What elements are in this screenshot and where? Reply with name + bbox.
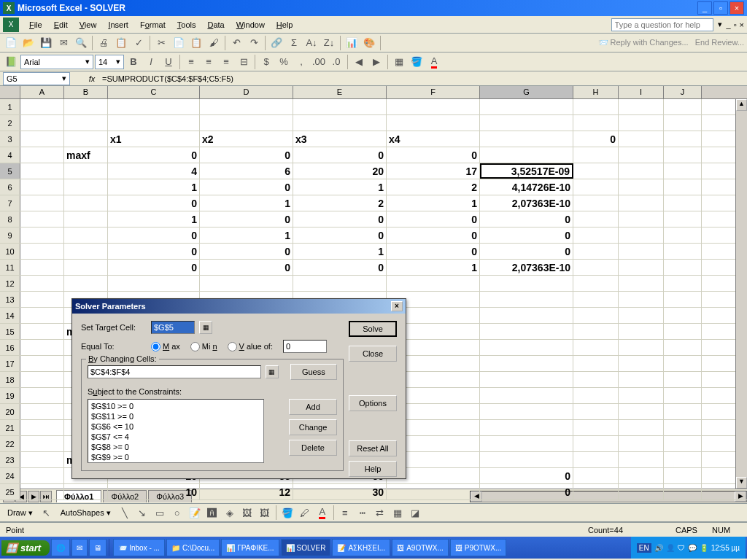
line-icon[interactable]: ╲ xyxy=(117,505,133,521)
cell-I1[interactable] xyxy=(619,99,664,114)
cell-H20[interactable] xyxy=(573,404,619,419)
shadow-icon[interactable]: ▦ xyxy=(390,505,406,521)
cell-E3[interactable]: x3 xyxy=(293,131,387,147)
vertical-scrollbar[interactable]: ▲ ▼ xyxy=(735,99,747,489)
row-header-6[interactable]: 6 xyxy=(0,179,20,195)
constraint-item[interactable]: $G$10 >= 0 xyxy=(91,401,260,411)
add-button[interactable]: Add xyxy=(289,399,337,415)
taskbar-item[interactable]: 📨Inbox - ... xyxy=(113,539,165,556)
taskbar-item[interactable]: 🖼P9OTWX... xyxy=(450,539,507,556)
italic-button[interactable]: I xyxy=(143,54,159,70)
font-size-combo[interactable]: 14▾ xyxy=(95,55,124,69)
cell-H24[interactable] xyxy=(573,468,619,483)
cell-A9[interactable] xyxy=(20,228,64,243)
cell-E11[interactable]: 0 xyxy=(293,260,387,275)
cell-I2[interactable] xyxy=(619,115,664,131)
currency-icon[interactable]: $ xyxy=(258,54,274,70)
row-header-2[interactable]: 2 xyxy=(0,115,20,131)
cell-B9[interactable] xyxy=(64,228,108,243)
search-icon[interactable]: 🔍 xyxy=(73,35,89,51)
cell-B4[interactable]: maxf xyxy=(64,147,108,163)
taskbar-item[interactable]: 🖼A9OTWX... xyxy=(392,539,449,556)
cell-I16[interactable] xyxy=(619,340,664,355)
cell-I22[interactable] xyxy=(619,436,664,451)
help-search-input[interactable] xyxy=(611,18,713,31)
cell-H1[interactable] xyxy=(573,99,619,114)
row-header-14[interactable]: 14 xyxy=(0,308,20,323)
row-header-21[interactable]: 21 xyxy=(0,420,20,435)
cell-I15[interactable] xyxy=(619,324,664,339)
cell-A4[interactable] xyxy=(20,147,64,163)
cell-G19[interactable] xyxy=(480,388,573,403)
row-header-11[interactable]: 11 xyxy=(0,260,20,275)
hyperlink-icon[interactable]: 🔗 xyxy=(268,35,285,51)
cell-I23[interactable] xyxy=(619,452,664,467)
cell-H17[interactable] xyxy=(573,356,619,371)
cell-I9[interactable] xyxy=(619,228,664,243)
col-header-A[interactable]: A xyxy=(20,86,64,98)
cell-C25[interactable]: 10 xyxy=(108,484,200,499)
cell-F8[interactable]: 0 xyxy=(387,211,480,227)
autoshapes-menu[interactable]: AutoShapes ▾ xyxy=(56,508,115,518)
cut-icon[interactable]: ✂ xyxy=(153,35,169,51)
cell-E12[interactable] xyxy=(293,276,387,291)
cell-G21[interactable] xyxy=(480,420,573,435)
target-cell-input[interactable] xyxy=(151,321,195,334)
help-button[interactable]: Help xyxy=(349,461,397,477)
row-header-5[interactable]: 5 xyxy=(0,163,20,179)
fill-bucket-icon[interactable]: 🪣 xyxy=(279,505,295,521)
cell-J18[interactable] xyxy=(664,372,702,387)
cell-F2[interactable] xyxy=(387,115,480,131)
fill-color-icon[interactable]: 🪣 xyxy=(409,54,425,70)
percent-icon[interactable]: % xyxy=(276,54,292,70)
threed-icon[interactable]: ◪ xyxy=(407,505,423,521)
cell-A17[interactable] xyxy=(20,356,64,371)
guess-button[interactable]: Guess xyxy=(290,364,337,380)
menu-format[interactable]: Format xyxy=(134,19,171,31)
row-header-18[interactable]: 18 xyxy=(0,372,20,387)
cell-C9[interactable]: 0 xyxy=(108,228,200,243)
cell-J8[interactable] xyxy=(664,211,702,227)
clock[interactable]: 12:55 µµ xyxy=(711,544,740,552)
cell-D12[interactable] xyxy=(200,276,293,291)
row-header-19[interactable]: 19 xyxy=(0,388,20,403)
quicklaunch-mail[interactable]: ✉ xyxy=(71,539,88,556)
cell-A16[interactable] xyxy=(20,340,64,355)
min-radio[interactable]: Min xyxy=(190,342,217,351)
cell-I3[interactable] xyxy=(619,131,664,147)
align-right-icon[interactable]: ≡ xyxy=(218,54,234,70)
max-radio[interactable]: Max xyxy=(151,342,180,351)
lang-indicator[interactable]: EN xyxy=(637,543,651,553)
cell-G20[interactable] xyxy=(480,404,573,419)
diagram-icon[interactable]: ◈ xyxy=(222,505,238,521)
line-style-icon[interactable]: ≡ xyxy=(337,505,353,521)
fx-button[interactable]: fx xyxy=(85,72,99,85)
format-painter-icon[interactable]: 🖌 xyxy=(206,35,222,51)
cell-I14[interactable] xyxy=(619,308,664,323)
sort-asc-icon[interactable]: A↓ xyxy=(303,35,320,51)
cell-J12[interactable] xyxy=(664,276,702,291)
cell-D8[interactable]: 0 xyxy=(200,211,293,227)
cell-H3[interactable]: 0 xyxy=(573,131,619,147)
cell-J20[interactable] xyxy=(664,404,702,419)
cell-C7[interactable]: 0 xyxy=(108,195,200,211)
cell-F3[interactable]: x4 xyxy=(387,131,480,147)
cell-D4[interactable]: 0 xyxy=(200,147,293,163)
taskbar-item[interactable]: 📊SOLVER xyxy=(281,539,331,556)
cell-G25[interactable]: 0 xyxy=(480,484,573,499)
cell-J16[interactable] xyxy=(664,340,702,355)
cell-E1[interactable] xyxy=(293,99,387,114)
taskbar-item[interactable]: 📁C:\Docu... xyxy=(166,539,220,556)
cell-I6[interactable] xyxy=(619,179,664,195)
value-of-input[interactable] xyxy=(283,340,327,353)
name-box[interactable]: G5▾ xyxy=(3,72,70,85)
cell-H5[interactable] xyxy=(573,163,619,179)
cell-G4[interactable] xyxy=(480,147,573,163)
menu-window[interactable]: Window xyxy=(231,19,271,31)
select-all-corner[interactable] xyxy=(0,86,20,98)
cell-G18[interactable] xyxy=(480,372,573,387)
cell-E10[interactable]: 1 xyxy=(293,244,387,259)
cell-D3[interactable]: x2 xyxy=(200,131,293,147)
menu-edit[interactable]: Edit xyxy=(48,19,74,31)
row-header-8[interactable]: 8 xyxy=(0,211,20,227)
